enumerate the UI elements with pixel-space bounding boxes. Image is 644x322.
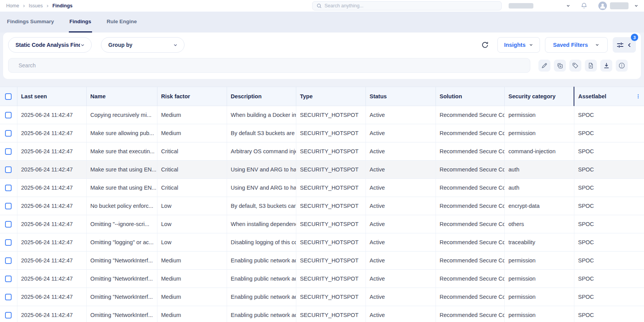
- column-header-type[interactable]: Type: [296, 87, 366, 106]
- cell-security-category: permission: [504, 288, 574, 306]
- active-filters-badge: 3: [631, 34, 638, 41]
- cell-security-category: permission: [504, 106, 574, 124]
- cell-description: By default S3 buckets are p: [227, 124, 296, 142]
- table-row[interactable]: 2025-06-24 11:42:47Make sure that using …: [0, 161, 644, 179]
- cell-assetlabel: SPOC: [574, 215, 644, 233]
- table-row[interactable]: 2025-06-24 11:42:47No bucket policy enfo…: [0, 197, 644, 215]
- finding-type-value: Static Code Analysis Findin: [15, 42, 80, 48]
- column-header-status[interactable]: Status: [366, 87, 436, 106]
- cell-last-seen: 2025-06-24 11:42:47: [17, 179, 86, 197]
- notifications-bell-icon[interactable]: [581, 2, 588, 9]
- findings-table-body: 2025-06-24 11:42:47Copying recursively m…: [0, 106, 644, 322]
- filter-panel-toggle[interactable]: 3: [613, 37, 636, 53]
- cell-solution: Recommended Secure Co: [436, 233, 504, 252]
- duplicate-copy-icon[interactable]: [554, 60, 566, 72]
- edit-pencil-icon[interactable]: [538, 60, 550, 72]
- breadcrumb-issues[interactable]: Issues: [29, 3, 43, 9]
- cell-solution: Recommended Secure Co: [436, 124, 504, 142]
- chevron-down-icon: [173, 43, 178, 48]
- table-row[interactable]: 2025-06-24 11:42:47Copying recursively m…: [0, 106, 644, 124]
- cell-risk-factor: Low: [157, 233, 227, 252]
- tab-bar: Findings Summary Findings Rule Engine: [0, 12, 644, 33]
- column-header-assetlabel[interactable]: Assetlabel: [574, 87, 644, 106]
- cell-type: SECURITY_HOTSPOT: [296, 161, 366, 179]
- column-header-description[interactable]: Description: [227, 87, 296, 106]
- global-search-input[interactable]: [325, 3, 497, 9]
- table-row[interactable]: 2025-06-24 11:42:47Make sure allowing pu…: [0, 124, 644, 142]
- cell-last-seen: 2025-06-24 11:42:47: [17, 142, 86, 161]
- cell-security-category: command-injection: [504, 142, 574, 161]
- cell-name: Omitting "--ignore-scri...: [86, 215, 157, 233]
- cell-name: Omitting "NetworkInterf...: [86, 306, 157, 322]
- org-name-placeholder: [509, 3, 533, 9]
- column-header-name[interactable]: Name: [86, 87, 157, 106]
- chevron-down-icon: [595, 43, 600, 47]
- file-plus-icon[interactable]: [585, 60, 597, 72]
- table-row[interactable]: 2025-06-24 11:42:47Omitting "NetworkInte…: [0, 306, 644, 322]
- saved-filters-label: Saved Filters: [553, 42, 588, 48]
- row-checkbox[interactable]: [5, 148, 12, 155]
- tab-rule-engine[interactable]: Rule Engine: [106, 12, 138, 33]
- table-row[interactable]: 2025-06-24 11:42:47Omitting "logging" or…: [0, 233, 644, 252]
- finding-type-dropdown[interactable]: Static Code Analysis Findin: [8, 37, 92, 53]
- cell-type: SECURITY_HOTSPOT: [296, 124, 366, 142]
- select-all-checkbox[interactable]: [5, 93, 12, 100]
- tab-findings[interactable]: Findings: [69, 12, 92, 33]
- cell-assetlabel: SPOC: [574, 270, 644, 288]
- table-row[interactable]: 2025-06-24 11:42:47Omitting "NetworkInte…: [0, 252, 644, 270]
- column-menu-dots-icon[interactable]: [635, 93, 641, 99]
- table-row[interactable]: 2025-06-24 11:42:47Omitting "--ignore-sc…: [0, 215, 644, 233]
- org-selector[interactable]: [509, 3, 571, 9]
- chevron-left-icon: [627, 42, 632, 48]
- table-search[interactable]: [8, 58, 530, 73]
- row-checkbox[interactable]: [5, 294, 12, 300]
- row-checkbox[interactable]: [5, 276, 12, 282]
- table-row[interactable]: 2025-06-24 11:42:47Make sure that execut…: [0, 142, 644, 161]
- cell-description: Arbitrary OS command inje: [227, 142, 296, 161]
- cell-solution: Recommended Secure Co: [436, 288, 504, 306]
- row-checkbox[interactable]: [5, 221, 12, 228]
- cell-description: Enabling public network ac: [227, 252, 296, 270]
- tag-icon[interactable]: [569, 60, 581, 72]
- chevron-down-icon: [566, 3, 571, 8]
- column-header-solution[interactable]: Solution: [436, 87, 504, 106]
- cell-risk-factor: Medium: [157, 306, 227, 322]
- insights-label: Insights: [504, 42, 526, 48]
- table-search-input[interactable]: [19, 62, 520, 69]
- cell-type: SECURITY_HOTSPOT: [296, 233, 366, 252]
- refresh-icon[interactable]: [481, 41, 489, 49]
- cell-risk-factor: Critical: [157, 142, 227, 161]
- saved-filters-button[interactable]: Saved Filters: [545, 37, 608, 53]
- column-header-risk-factor[interactable]: Risk factor: [157, 87, 227, 106]
- alert-octagon-icon[interactable]: [616, 60, 628, 72]
- group-by-dropdown[interactable]: Group by: [101, 37, 184, 53]
- cell-last-seen: 2025-06-24 11:42:47: [17, 306, 86, 322]
- chevron-down-icon: [80, 43, 85, 48]
- user-menu[interactable]: [598, 2, 639, 10]
- table-row[interactable]: 2025-06-24 11:42:47Omitting "NetworkInte…: [0, 270, 644, 288]
- row-checkbox[interactable]: [5, 130, 12, 137]
- cell-status: Active: [366, 252, 436, 270]
- tab-findings-summary[interactable]: Findings Summary: [6, 12, 55, 33]
- row-checkbox[interactable]: [5, 239, 12, 246]
- global-search[interactable]: [312, 1, 502, 10]
- row-checkbox[interactable]: [5, 203, 12, 209]
- row-checkbox[interactable]: [5, 185, 12, 191]
- table-row[interactable]: 2025-06-24 11:42:47Omitting "NetworkInte…: [0, 288, 644, 306]
- download-icon[interactable]: [600, 60, 612, 72]
- row-checkbox[interactable]: [5, 166, 12, 173]
- row-checkbox[interactable]: [5, 257, 12, 264]
- column-header-last-seen[interactable]: Last seen: [17, 87, 86, 106]
- insights-button[interactable]: Insights: [497, 37, 540, 53]
- cell-security-category: permission: [504, 124, 574, 142]
- row-checkbox[interactable]: [5, 112, 12, 118]
- cell-name: Make sure allowing pub...: [86, 124, 157, 142]
- filter-row: Static Code Analysis Findin Group by Ins…: [8, 36, 636, 53]
- cell-last-seen: 2025-06-24 11:42:47: [17, 288, 86, 306]
- breadcrumb-home[interactable]: Home: [6, 3, 19, 9]
- table-row[interactable]: 2025-06-24 11:42:47Make sure that using …: [0, 179, 644, 197]
- row-checkbox[interactable]: [5, 312, 12, 319]
- column-header-security-category[interactable]: Security category: [504, 87, 574, 106]
- cell-solution: Recommended Secure Co: [436, 161, 504, 179]
- cell-last-seen: 2025-06-24 11:42:47: [17, 197, 86, 215]
